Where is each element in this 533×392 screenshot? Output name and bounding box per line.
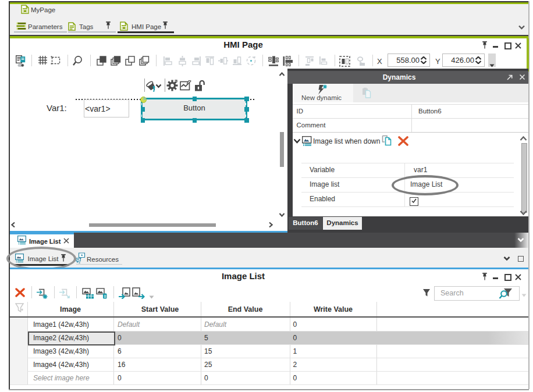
svg-text:8: 8 xyxy=(104,294,106,298)
